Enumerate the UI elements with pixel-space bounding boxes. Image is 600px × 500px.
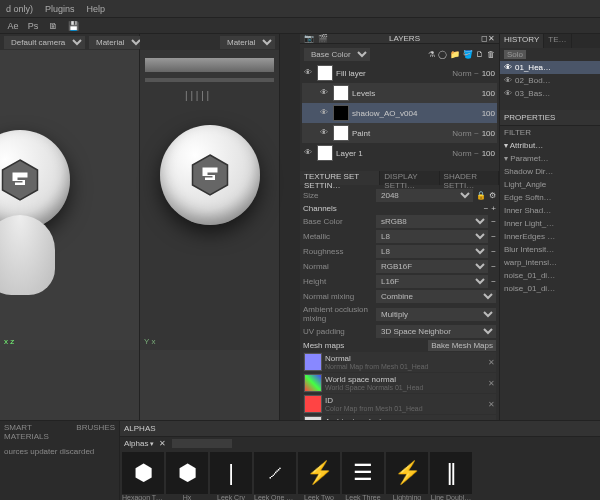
channel-select[interactable]: Base Color bbox=[304, 48, 370, 61]
meshmap-remove-icon[interactable]: ✕ bbox=[488, 358, 495, 367]
eye-icon[interactable]: 👁 bbox=[504, 76, 512, 85]
property-row[interactable]: Light_Angle bbox=[500, 178, 600, 191]
alphas-filter[interactable]: Alphas bbox=[124, 439, 154, 448]
file-icon[interactable]: 🗎 bbox=[46, 19, 60, 33]
channel-remove-icon[interactable]: − bbox=[491, 247, 496, 256]
channel-format[interactable]: L8 bbox=[376, 245, 488, 258]
lock-icon[interactable]: 🔒 bbox=[476, 191, 486, 200]
visibility-icon[interactable]: 👁 bbox=[304, 68, 314, 78]
visibility-icon[interactable]: 👁 bbox=[304, 148, 314, 158]
gear-icon[interactable]: ⚙ bbox=[489, 191, 496, 200]
channel-remove-icon[interactable]: − bbox=[484, 204, 489, 213]
layers-close-icon[interactable]: ✕ bbox=[488, 34, 495, 43]
meshmap-remove-icon[interactable]: ✕ bbox=[488, 400, 495, 409]
opacity-value[interactable]: 100 bbox=[482, 69, 495, 78]
channel-format[interactable]: sRGB8 bbox=[376, 215, 488, 228]
alpha-item[interactable]: ⚡Leek Two bbox=[298, 452, 340, 500]
opacity-value[interactable]: 100 bbox=[482, 109, 495, 118]
layers-undock-icon[interactable]: ◻ bbox=[481, 34, 488, 43]
property-row[interactable]: noise_01_di… bbox=[500, 282, 600, 295]
alpha-item[interactable]: |Leek Crv bbox=[210, 452, 252, 500]
alphas-search[interactable] bbox=[172, 439, 232, 448]
alpha-item[interactable]: ⟋Leek One D… bbox=[254, 452, 296, 500]
layer-fx-icon[interactable]: ⚗ bbox=[428, 50, 435, 59]
texture-set-item[interactable]: 👁03_Bas… bbox=[500, 87, 600, 100]
channel-format[interactable]: L16F bbox=[376, 275, 488, 288]
property-row[interactable]: Inner Shad… bbox=[500, 204, 600, 217]
layer-row[interactable]: 👁Fill layerNorm ~100 bbox=[302, 63, 497, 83]
blend-mode[interactable]: Norm ~ bbox=[452, 69, 478, 78]
channel-remove-icon[interactable]: − bbox=[491, 232, 496, 241]
property-row[interactable]: warp_intensi… bbox=[500, 256, 600, 269]
menu-plugins[interactable]: Plugins bbox=[45, 4, 75, 14]
visibility-icon[interactable]: 👁 bbox=[320, 108, 330, 118]
viewport-3d[interactable]: x z bbox=[0, 50, 139, 350]
layer-add-icon[interactable]: 🗋 bbox=[476, 50, 484, 59]
channel-format[interactable]: L8 bbox=[376, 230, 488, 243]
menu-help[interactable]: Help bbox=[87, 4, 106, 14]
meshmap-row[interactable]: World space normalWorld Space Normals 01… bbox=[303, 373, 496, 393]
property-row[interactable]: InnerEdges … bbox=[500, 230, 600, 243]
property-row[interactable]: Edge Softn… bbox=[500, 191, 600, 204]
render-icon[interactable]: 🎬 bbox=[318, 34, 328, 43]
property-row[interactable]: ▾ Paramet… bbox=[500, 152, 600, 165]
alpha-item[interactable]: ☰Leek Three bbox=[342, 452, 384, 500]
normal-mix-select[interactable]: Combine bbox=[376, 290, 496, 303]
material-select-3d[interactable]: Material bbox=[89, 36, 144, 49]
visibility-icon[interactable]: 👁 bbox=[320, 128, 330, 138]
shelf-tab-brushes[interactable]: BRUSHES bbox=[72, 421, 119, 443]
channel-add-icon[interactable]: + bbox=[491, 204, 496, 213]
ae-icon[interactable]: Ae bbox=[6, 19, 20, 33]
alpha-item[interactable]: ⬢Hx bbox=[166, 452, 208, 500]
texture-set-item[interactable]: 👁01_Hea… bbox=[500, 61, 600, 74]
viewport-2d[interactable]: | | | | | Y x bbox=[140, 50, 279, 350]
camera-icon[interactable]: 📷 bbox=[304, 34, 314, 43]
channel-format[interactable]: RGB16F bbox=[376, 260, 488, 273]
camera-select[interactable]: Default camera bbox=[4, 36, 85, 49]
size-select[interactable]: 2048 bbox=[376, 189, 473, 202]
meshmap-row[interactable]: IDColor Map from Mesh 01_Head✕ bbox=[303, 394, 496, 414]
channel-remove-icon[interactable]: − bbox=[491, 277, 496, 286]
property-row[interactable]: Inner Light_… bbox=[500, 217, 600, 230]
channel-remove-icon[interactable]: − bbox=[491, 217, 496, 226]
tab-history[interactable]: HISTORY bbox=[500, 34, 544, 48]
tab-display[interactable]: DISPLAY SETTI… bbox=[380, 171, 439, 185]
opacity-value[interactable]: 100 bbox=[482, 149, 495, 158]
alpha-item[interactable]: ⚡Lightning bbox=[386, 452, 428, 500]
blend-mode[interactable]: Norm ~ bbox=[452, 149, 478, 158]
opacity-value[interactable]: 100 bbox=[482, 89, 495, 98]
eye-icon[interactable]: 👁 bbox=[504, 63, 512, 72]
property-row[interactable]: Blur Intensit… bbox=[500, 243, 600, 256]
ps-icon[interactable]: Ps bbox=[26, 19, 40, 33]
layer-bucket-icon[interactable]: 🪣 bbox=[463, 50, 473, 59]
property-row[interactable]: noise_01_di… bbox=[500, 269, 600, 282]
tab-tex[interactable]: TE… bbox=[544, 34, 571, 48]
meshmap-row[interactable]: NormalNormal Map from Mesh 01_Head✕ bbox=[303, 352, 496, 372]
layer-row[interactable]: 👁shadow_AO_v004100 bbox=[302, 103, 497, 123]
layer-mask-icon[interactable]: ◯ bbox=[438, 50, 447, 59]
texture-set-item[interactable]: 👁02_Bod… bbox=[500, 74, 600, 87]
attributes-group[interactable]: Attribut… bbox=[510, 141, 543, 150]
layer-row[interactable]: 👁Layer 1Norm ~100 bbox=[302, 143, 497, 163]
bake-button[interactable]: Bake Mesh Maps bbox=[428, 340, 496, 351]
alpha-item[interactable]: ⬢Hexagon Ti… bbox=[122, 452, 164, 500]
tab-texture-set[interactable]: TEXTURE SET SETTIN… bbox=[300, 171, 380, 185]
alpha-item[interactable]: ‖Line Doubl… bbox=[430, 452, 472, 500]
meshmap-remove-icon[interactable]: ✕ bbox=[488, 379, 495, 388]
layer-delete-icon[interactable]: 🗑 bbox=[487, 50, 495, 59]
opacity-value[interactable]: 100 bbox=[482, 129, 495, 138]
layer-row[interactable]: 👁Levels100 bbox=[302, 83, 497, 103]
solo-toggle[interactable]: Solo bbox=[504, 50, 526, 59]
material-select-2d[interactable]: Material bbox=[220, 36, 275, 49]
shelf-tab-smart[interactable]: SMART MATERIALS bbox=[0, 421, 72, 443]
uv-pad-select[interactable]: 3D Space Neighbor bbox=[376, 325, 496, 338]
eye-icon[interactable]: 👁 bbox=[504, 89, 512, 98]
alphas-close-icon[interactable]: ✕ bbox=[159, 439, 166, 448]
layer-folder-icon[interactable]: 📁 bbox=[450, 50, 460, 59]
layer-row[interactable]: 👁PaintNorm ~100 bbox=[302, 123, 497, 143]
property-row[interactable]: Shadow Dir… bbox=[500, 165, 600, 178]
save-icon[interactable]: 💾 bbox=[66, 19, 80, 33]
channel-remove-icon[interactable]: − bbox=[491, 262, 496, 271]
visibility-icon[interactable]: 👁 bbox=[320, 88, 330, 98]
blend-mode[interactable]: Norm ~ bbox=[452, 129, 478, 138]
